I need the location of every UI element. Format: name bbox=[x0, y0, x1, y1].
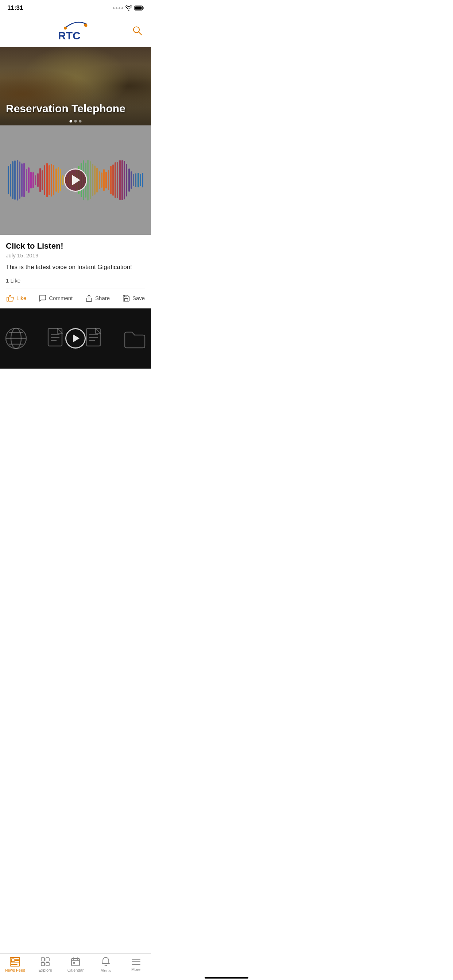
app-header: RTC bbox=[0, 14, 151, 47]
post-likes-count: 1 Like bbox=[6, 277, 145, 288]
search-icon bbox=[132, 25, 142, 35]
document-icon-2 bbox=[85, 327, 105, 350]
battery-icon bbox=[134, 5, 144, 11]
status-bar: 11:31 bbox=[0, 0, 151, 14]
share-button[interactable]: Share bbox=[82, 293, 113, 304]
audio-player-section[interactable] bbox=[0, 126, 151, 235]
carousel-dot-3 bbox=[79, 120, 82, 123]
svg-rect-2 bbox=[135, 6, 142, 10]
share-label: Share bbox=[95, 295, 110, 301]
waveform-visualization bbox=[8, 151, 144, 209]
save-label: Save bbox=[132, 295, 145, 301]
post-title: Click to Listen! bbox=[6, 241, 145, 251]
carousel-dot-1 bbox=[70, 120, 72, 123]
preview-play-icon bbox=[73, 334, 80, 342]
svg-line-7 bbox=[139, 32, 142, 35]
svg-point-4 bbox=[84, 24, 88, 27]
save-icon bbox=[122, 294, 130, 302]
svg-point-6 bbox=[134, 27, 139, 32]
document-icon-1 bbox=[46, 327, 66, 350]
search-button[interactable] bbox=[131, 24, 144, 38]
carousel-dot-2 bbox=[74, 120, 77, 123]
logo-svg: RTC bbox=[54, 18, 97, 42]
save-button[interactable]: Save bbox=[119, 293, 148, 304]
post-body: This is the latest voice on Instant Giga… bbox=[6, 263, 145, 272]
post-action-bar: Like Comment Share Save bbox=[0, 288, 151, 309]
post-content: Click to Listen! July 15, 2019 This is t… bbox=[0, 235, 151, 288]
globe-icon bbox=[4, 327, 28, 350]
like-icon bbox=[6, 294, 14, 302]
next-post-preview[interactable] bbox=[0, 309, 151, 369]
like-label: Like bbox=[16, 295, 27, 301]
play-triangle-icon bbox=[72, 175, 80, 185]
svg-point-3 bbox=[64, 27, 67, 30]
post-date: July 15, 2019 bbox=[6, 252, 145, 258]
svg-rect-1 bbox=[143, 7, 144, 9]
preview-play-button[interactable] bbox=[65, 328, 86, 348]
comment-icon bbox=[39, 294, 47, 302]
hero-banner[interactable]: Reservation Telephone bbox=[0, 47, 151, 126]
signal-dots-icon bbox=[113, 7, 123, 9]
svg-text:RTC: RTC bbox=[58, 30, 81, 41]
audio-play-button[interactable] bbox=[64, 169, 87, 192]
folder-icon bbox=[123, 328, 147, 348]
like-button[interactable]: Like bbox=[3, 293, 30, 304]
hero-title: Reservation Telephone bbox=[0, 102, 131, 115]
carousel-dots bbox=[70, 120, 82, 123]
wifi-icon bbox=[126, 5, 132, 11]
comment-button[interactable]: Comment bbox=[36, 293, 75, 304]
comment-label: Comment bbox=[49, 295, 73, 301]
status-time: 11:31 bbox=[7, 5, 23, 12]
share-icon bbox=[85, 294, 93, 302]
rtc-logo: RTC bbox=[54, 18, 97, 42]
status-icons bbox=[113, 5, 144, 11]
